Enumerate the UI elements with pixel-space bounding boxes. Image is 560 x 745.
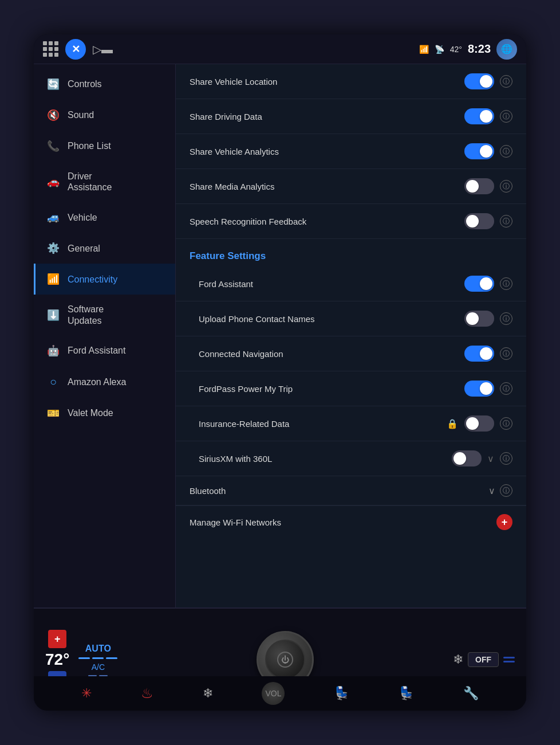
speech-recognition-toggle[interactable] — [464, 213, 494, 229]
wifi-manage-label: Manage Wi-Fi Networks — [190, 517, 281, 527]
sound-icon: 🔇 — [47, 109, 60, 121]
alexa-icon: ○ — [47, 375, 60, 389]
siriusxm-info[interactable]: ⓘ — [500, 452, 512, 465]
bluetooth-info[interactable]: ⓘ — [500, 484, 512, 497]
setting-row-wifi: Manage Wi-Fi Networks + — [176, 505, 526, 538]
close-button[interactable]: ✕ — [65, 39, 86, 60]
fordpass-power-trip-toggle[interactable] — [464, 381, 494, 397]
fan-knob-label: VOL — [265, 689, 281, 698]
ford-assistant-info[interactable]: ⓘ — [500, 277, 512, 290]
speech-recognition-controls: ⓘ — [464, 213, 512, 229]
share-media-analytics-info[interactable]: ⓘ — [500, 180, 512, 193]
settings-list: Share Vehicle Location ⓘ Share Driving D… — [176, 64, 526, 538]
siriusxm-toggle[interactable] — [452, 450, 482, 466]
setting-row-speech-recognition: Speech Recognition Feedback ⓘ — [176, 204, 526, 239]
sidebar-item-phone-list[interactable]: 📞 Phone List — [34, 131, 175, 162]
sidebar: 🔄 Controls 🔇 Sound 📞 Phone List 🚗 Driver… — [34, 64, 176, 607]
siriusxm-label: SiriusXM with 360L — [199, 454, 272, 464]
share-vehicle-location-toggle[interactable] — [464, 73, 494, 89]
general-icon: ⚙️ — [47, 242, 60, 254]
status-right: 📶 📡 42° 8:23 🌐 — [419, 39, 517, 60]
fan-knob[interactable]: VOL — [262, 682, 285, 705]
share-driving-data-toggle[interactable] — [464, 108, 494, 124]
status-time: 8:23 — [468, 42, 491, 56]
share-vehicle-analytics-controls: ⓘ — [464, 143, 512, 159]
screen-wrapper: ✕ ▷▬ 📶 📡 42° 8:23 🌐 🔄 Controls 🔇 Sound 📞 — [34, 34, 526, 711]
steering-heat-icon[interactable]: 🔧 — [463, 686, 479, 701]
ac-icon[interactable]: ❄ — [203, 686, 213, 701]
avatar[interactable]: 🌐 — [496, 39, 517, 60]
fordpass-power-trip-info[interactable]: ⓘ — [500, 382, 512, 395]
ford-assistant-toggle[interactable] — [464, 276, 494, 292]
software-updates-icon: ⬇️ — [47, 309, 60, 321]
fordpass-power-trip-label: FordPass Power My Trip — [199, 384, 293, 394]
power-icon: ⏻ — [281, 655, 289, 664]
hvac-auto-label: AUTO — [85, 644, 111, 654]
connected-navigation-controls: ⓘ — [464, 346, 512, 362]
seat-heat-left-icon[interactable]: 💺 — [334, 686, 349, 701]
connected-navigation-toggle[interactable] — [464, 346, 494, 362]
signal-icon: 📡 — [435, 45, 444, 54]
sidebar-item-vehicle[interactable]: 🚙 Vehicle — [34, 202, 175, 233]
sidebar-item-sound[interactable]: 🔇 Sound — [34, 100, 175, 131]
screen-icon[interactable]: ▷▬ — [93, 42, 113, 56]
share-vehicle-analytics-info[interactable]: ⓘ — [500, 145, 512, 158]
add-wifi-button[interactable]: + — [496, 514, 512, 530]
status-temp: 42° — [450, 45, 462, 54]
siriusxm-controls: ∨ ⓘ — [452, 450, 512, 466]
sidebar-item-valet-mode[interactable]: 🎫 Valet Mode — [34, 398, 175, 429]
feature-settings-header: Feature Settings — [176, 239, 526, 266]
heat-icon[interactable]: ♨ — [141, 685, 153, 701]
setting-row-siriusxm: SiriusXM with 360L ∨ ⓘ — [176, 441, 526, 476]
setting-row-share-vehicle-analytics: Share Vehicle Analytics ⓘ — [176, 134, 526, 169]
sidebar-label-vehicle: Vehicle — [68, 212, 97, 223]
ford-assistant-setting-label: Ford Assistant — [199, 279, 253, 289]
off-button[interactable]: OFF — [468, 652, 499, 667]
sidebar-item-software-updates[interactable]: ⬇️ SoftwareUpdates — [34, 295, 175, 335]
temp-increase-button[interactable]: + — [48, 630, 66, 648]
insurance-data-toggle[interactable] — [464, 415, 494, 432]
sidebar-item-ford-assistant[interactable]: 🤖 Ford Assistant — [34, 335, 175, 366]
connected-navigation-info[interactable]: ⓘ — [500, 347, 512, 360]
insurance-data-controls: 🔒 ⓘ — [446, 415, 512, 432]
controls-icon: 🔄 — [47, 78, 60, 91]
seat-heat-right-icon[interactable]: 💺 — [399, 686, 414, 701]
bottom-control-bar: ✳ ♨ ❄ VOL 💺 💺 🔧 — [34, 676, 526, 711]
upload-contact-names-label: Upload Phone Contact Names — [199, 314, 315, 324]
share-driving-data-info[interactable]: ⓘ — [500, 110, 512, 123]
setting-row-share-media-analytics: Share Media Analytics ⓘ — [176, 169, 526, 204]
hvac-right: ❄ OFF — [453, 652, 515, 667]
sidebar-label-software-updates: SoftwareUpdates — [68, 304, 104, 326]
setting-row-insurance-data: Insurance-Related Data 🔒 ⓘ — [176, 406, 526, 441]
share-vehicle-location-info[interactable]: ⓘ — [500, 75, 512, 88]
bluetooth-chevron-icon[interactable]: ∨ — [488, 485, 495, 496]
fan-icon[interactable]: ✳ — [81, 686, 92, 701]
close-icon: ✕ — [72, 43, 80, 56]
sidebar-item-general[interactable]: ⚙️ General — [34, 233, 175, 264]
insurance-data-label: Insurance-Related Data — [199, 419, 289, 429]
sidebar-item-controls[interactable]: 🔄 Controls — [34, 69, 175, 100]
status-left: ✕ ▷▬ — [43, 39, 113, 60]
driver-icon: 🚗 — [47, 175, 60, 188]
siriusxm-chevron-icon: ∨ — [487, 453, 494, 464]
sidebar-label-ford-assistant: Ford Assistant — [68, 345, 125, 356]
sidebar-item-amazon-alexa[interactable]: ○ Amazon Alexa — [34, 366, 175, 398]
hvac-ac-label: A/C — [92, 662, 105, 672]
sidebar-item-driver-assistance[interactable]: 🚗 DriverAssistance — [34, 162, 175, 202]
sidebar-item-connectivity[interactable]: 📶 Connectivity — [34, 264, 175, 295]
speech-recognition-info[interactable]: ⓘ — [500, 215, 512, 228]
share-media-analytics-toggle[interactable] — [464, 178, 494, 194]
sidebar-label-general: General — [68, 243, 100, 254]
share-media-analytics-controls: ⓘ — [464, 178, 512, 194]
sidebar-label-connectivity: Connectivity — [68, 274, 117, 285]
insurance-data-info[interactable]: ⓘ — [500, 417, 512, 430]
connected-navigation-label: Connected Navigation — [199, 349, 283, 359]
setting-row-share-vehicle-location: Share Vehicle Location ⓘ — [176, 64, 526, 99]
upload-contact-names-info[interactable]: ⓘ — [500, 312, 512, 325]
sidebar-label-driver-assistance: DriverAssistance — [68, 171, 112, 193]
setting-row-upload-contact-names: Upload Phone Contact Names ⓘ — [176, 301, 526, 336]
power-button[interactable]: ⏻ — [277, 652, 293, 668]
upload-contact-names-toggle[interactable] — [464, 311, 494, 327]
grid-icon[interactable] — [43, 41, 58, 57]
share-vehicle-analytics-toggle[interactable] — [464, 143, 494, 159]
